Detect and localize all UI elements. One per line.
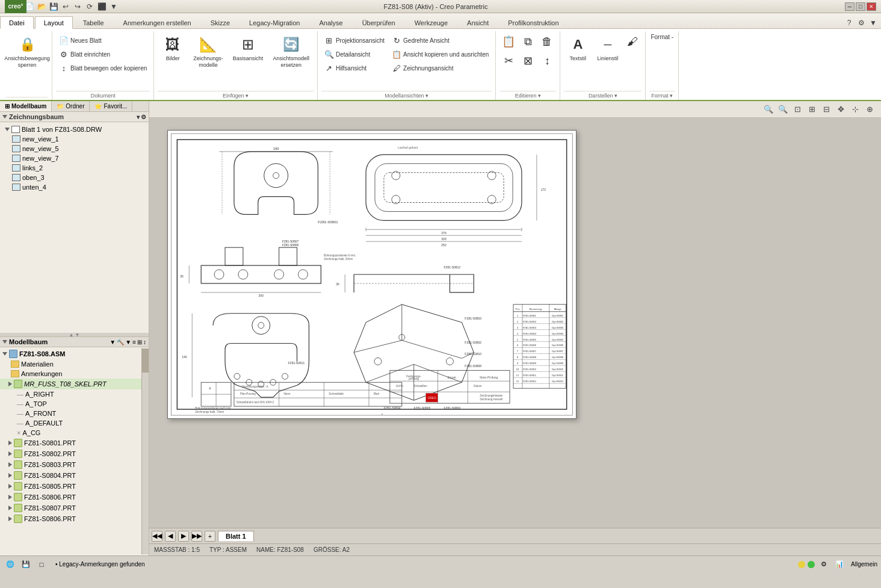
sheet-nav-first[interactable]: ◀◀ — [152, 531, 162, 542]
scrollbar-thumb[interactable] — [142, 348, 149, 373]
bottom-globe[interactable]: 🌐 — [4, 559, 17, 571]
maximize-btn[interactable]: □ — [856, 2, 865, 11]
bottom-icon2[interactable]: 📊 — [833, 559, 846, 571]
btn-zeichnungsmodelle[interactable]: 📐 Zeichnungs-modelle — [189, 32, 227, 71]
btn-ansichtsmodell-ersetzen[interactable]: 🔄 Ansichtsmodellersetzen — [268, 32, 314, 71]
tree-skel[interactable]: MR_FUSS_T08_SKEL.PRT — [0, 379, 141, 389]
drawing-tree-header[interactable]: Zeichnungsbaum ▾ ⚙ — [0, 112, 149, 122]
tree-s0806-1[interactable]: FZ81-S0806.PRT — [0, 492, 141, 503]
btn-edit-6[interactable]: ↕ — [538, 52, 556, 70]
drawing-tree-menu-btn[interactable]: ▾ — [137, 114, 140, 120]
qa-stop[interactable]: ⬛ — [96, 1, 107, 12]
tree-item-view-5[interactable]: new_view_5 — [0, 144, 149, 153]
bottom-save[interactable]: 💾 — [19, 559, 32, 571]
sheet-nav-prev[interactable]: ◀ — [165, 531, 176, 542]
tab-favorit[interactable]: ⭐ Favorit... — [90, 101, 132, 111]
btn-ansichtsbewegung[interactable]: 🔒 Ansichtsbewegungsperren — [6, 32, 48, 71]
zoom-out-btn[interactable]: 🔍 — [776, 103, 790, 116]
tree-item-view-1[interactable]: new_view_1 — [0, 134, 149, 144]
tab-legacy[interactable]: Legacy-Migration — [240, 16, 309, 28]
btn-ansicht-kopieren[interactable]: 📋 Ansicht kopieren und ausrichten — [389, 48, 492, 61]
close-btn[interactable]: ✕ — [867, 2, 876, 11]
btn-textstil[interactable]: A Textstil — [564, 32, 592, 64]
minimize-btn[interactable]: ─ — [845, 2, 855, 11]
model-tree-btn2[interactable]: 🔨 — [117, 339, 124, 345]
tree-root-asm[interactable]: FZ81-S08.ASM — [0, 348, 141, 359]
bottom-window[interactable]: □ — [35, 559, 48, 571]
tree-a-cg[interactable]: × A_CG — [0, 428, 141, 438]
sheet-tab-1[interactable]: Blatt 1 — [218, 531, 254, 541]
tab-werkzeuge[interactable]: Werkzeuge — [406, 16, 457, 28]
tab-layout[interactable]: Layout — [35, 16, 73, 29]
qa-dropdown[interactable]: ▼ — [108, 1, 119, 12]
sheet-add[interactable]: + — [205, 531, 215, 542]
qa-redo[interactable]: ↪ — [72, 1, 83, 12]
tree-s0803[interactable]: FZ81-S0803.PRT — [0, 459, 141, 470]
tree-s0802[interactable]: FZ81-S0802.PRT — [0, 448, 141, 459]
btn-edit-2[interactable]: ⧉ — [519, 32, 537, 51]
btn-hilfsansicht[interactable]: ↗ Hilfsansicht — [321, 61, 388, 75]
model-tree-expand[interactable]: ⊞ — [137, 339, 142, 345]
ribbon-help[interactable]: ? — [844, 17, 855, 28]
view-grid-btn[interactable]: ⊹ — [849, 103, 862, 116]
zoom-in-btn[interactable]: 🔍 — [762, 103, 775, 116]
tree-s0805[interactable]: FZ81-S0805.PRT — [0, 481, 141, 492]
btn-neues-blatt[interactable]: 📄 Neues Blatt — [56, 34, 150, 47]
btn-edit-4[interactable]: ✂ — [499, 52, 518, 70]
tree-anmerkungen[interactable]: Anmerkungen — [0, 369, 141, 379]
view-extra-btn[interactable]: ⊕ — [863, 103, 876, 116]
qa-save[interactable]: 💾 — [48, 1, 59, 12]
tree-a-front[interactable]: — A_FRONT — [0, 409, 141, 418]
tree-materialien[interactable]: Materialien — [0, 359, 141, 369]
zoom-window-btn[interactable]: ⊡ — [791, 103, 804, 116]
tree-a-right[interactable]: — A_RIGHT — [0, 389, 141, 399]
view-pan-btn[interactable]: ✥ — [834, 103, 847, 116]
tree-item-links2[interactable]: links_2 — [0, 163, 149, 173]
zoom-sheet-btn[interactable]: ⊟ — [820, 103, 833, 116]
btn-detailansicht[interactable]: 🔍 Detailansicht — [321, 48, 388, 61]
btn-projektionsansicht[interactable]: ⊞ Projektionsansicht — [321, 34, 388, 47]
tree-s0807[interactable]: FZ81-S0807.PRT — [0, 503, 141, 513]
btn-edit-1[interactable]: 📋 — [499, 32, 518, 51]
zoom-fit-btn[interactable]: ⊞ — [805, 103, 818, 116]
qa-new[interactable]: 📄 — [24, 1, 35, 12]
btn-linienstil[interactable]: ─ Linienstil — [593, 32, 622, 64]
model-tree-scroll[interactable]: ↕ — [143, 339, 146, 345]
tab-analyse[interactable]: Analyse — [310, 16, 351, 28]
btn-blatt-einrichten[interactable]: ⚙ Blatt einrichten — [56, 48, 150, 61]
tree-item-view-7[interactable]: new_view_7 — [0, 153, 149, 163]
bottom-icon1[interactable]: ⚙ — [817, 559, 830, 571]
btn-basisansicht[interactable]: ⊞ Basisansicht — [229, 32, 268, 64]
qa-regenerate[interactable]: ⟳ — [84, 1, 95, 12]
sheet-nav-last[interactable]: ▶▶ — [191, 531, 202, 542]
tree-s0801[interactable]: FZ81-S0801.PRT — [0, 438, 141, 448]
tab-ordner[interactable]: 📁 Ordner — [52, 101, 90, 111]
tree-item-oben3[interactable]: oben_3 — [0, 173, 149, 182]
model-tree-view[interactable]: ≡ — [132, 339, 136, 345]
tree-item-unten4[interactable]: unten_4 — [0, 182, 149, 192]
sheet-nav-next[interactable]: ▶ — [178, 531, 189, 542]
ribbon-settings[interactable]: ⚙ — [856, 17, 867, 28]
btn-edit-5[interactable]: ⊠ — [519, 52, 537, 70]
tab-modellbaum[interactable]: ⊞ Modellbaum — [0, 101, 52, 111]
model-tree-scrollbar[interactable] — [141, 348, 149, 554]
qa-undo[interactable]: ↩ — [60, 1, 71, 12]
tab-tabelle[interactable]: Tabelle — [74, 16, 113, 28]
tab-profilkonstruktion[interactable]: Profilkonstruktion — [499, 16, 567, 28]
tab-anmerkungen[interactable]: Anmerkungen erstellen — [114, 16, 200, 28]
tab-skizze[interactable]: Skizze — [202, 16, 239, 28]
tree-s0804[interactable]: FZ81-S0804.PRT — [0, 470, 141, 481]
drawing-tree-settings[interactable]: ⚙ — [141, 114, 146, 120]
tree-s0806-2[interactable]: FZ81-S0806.PRT — [0, 513, 141, 524]
btn-gedrehte-ansicht[interactable]: ↻ Gedrehte Ansicht — [389, 34, 492, 47]
model-tree-btn1[interactable]: ▼ — [110, 339, 116, 345]
btn-bilder[interactable]: 🖼 Bilder — [158, 32, 188, 64]
btn-zeichnungsansicht[interactable]: 🖊 Zeichnungsansicht — [389, 61, 492, 75]
qa-open[interactable]: 📂 — [36, 1, 47, 12]
tree-a-top[interactable]: — A_TOP — [0, 399, 141, 409]
tab-datei[interactable]: Datei — [0, 16, 34, 29]
tab-ansicht[interactable]: Ansicht — [458, 16, 498, 28]
model-tree-btn3[interactable]: ▼ — [125, 339, 131, 345]
btn-edit-3[interactable]: 🗑 — [538, 32, 556, 51]
tab-ueberprufen[interactable]: Überprüfen — [353, 16, 404, 28]
